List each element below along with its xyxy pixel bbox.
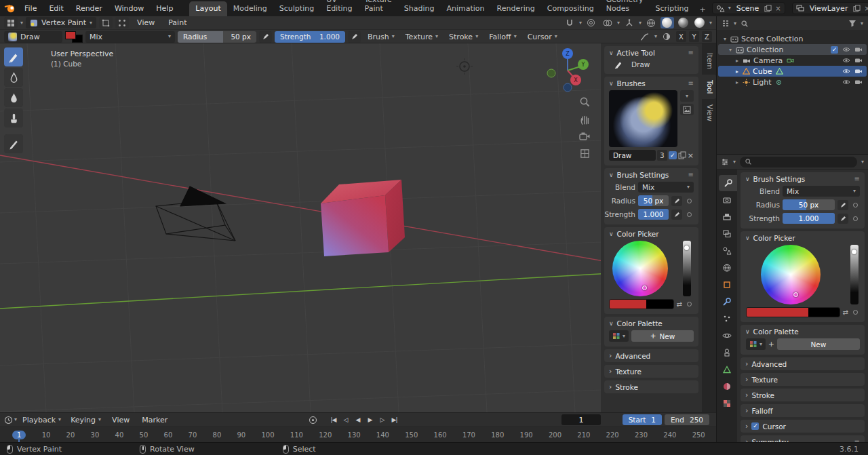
radius-pressure-icon[interactable]: [837, 200, 848, 210]
tab-tool-properties[interactable]: [719, 175, 737, 191]
workspace-tab-geometry-nodes[interactable]: Geometry Nodes: [600, 0, 650, 16]
radius-slider[interactable]: 50 px: [783, 199, 835, 210]
chevron-down-icon[interactable]: ▾: [861, 159, 864, 165]
blend-select[interactable]: Mix▾: [638, 182, 694, 193]
fake-user-checkbox[interactable]: ✓: [669, 151, 677, 159]
workspace-tab-uv-editing[interactable]: UV Editing: [320, 0, 358, 16]
advanced-panel[interactable]: ›Advanced: [741, 357, 865, 370]
mirror-x-toggle[interactable]: X: [676, 31, 686, 42]
properties-search-input[interactable]: [740, 157, 857, 167]
falloff-popover[interactable]: Falloff▾: [485, 31, 521, 43]
blend-mode-select[interactable]: Mix ▾: [85, 31, 175, 43]
advanced-panel[interactable]: ›Advanced: [604, 349, 698, 362]
tab-world-properties[interactable]: [717, 260, 737, 276]
symmetry-panel[interactable]: ›Symmetry≡: [741, 435, 865, 442]
active-tool-row[interactable]: Draw: [604, 58, 698, 71]
blender-logo-icon[interactable]: [4, 3, 16, 14]
chevron-down-icon[interactable]: ▾: [639, 20, 642, 26]
outliner-editor-icon[interactable]: [722, 20, 730, 27]
perspective-toggle-icon[interactable]: [577, 146, 592, 161]
blend-select[interactable]: Mix▾: [783, 186, 860, 197]
plus-icon[interactable]: +: [768, 340, 774, 348]
arrow-right-icon[interactable]: ▸: [734, 79, 740, 85]
view-layer-icon[interactable]: [796, 5, 804, 12]
mirror-y-toggle[interactable]: Y: [689, 31, 699, 42]
shading-material-icon[interactable]: [677, 17, 690, 28]
scene-name[interactable]: Scene: [734, 4, 762, 13]
secondary-color[interactable]: [808, 308, 840, 317]
collection-label[interactable]: Collection: [747, 45, 783, 54]
chevron-down-icon[interactable]: ▾: [20, 20, 23, 26]
cursor-panel[interactable]: › ✓ Cursor: [741, 420, 865, 433]
workspace-tab-sculpting[interactable]: Sculpting: [273, 1, 320, 16]
face-mask-toggle-icon[interactable]: [99, 17, 113, 28]
animate-property-icon[interactable]: [685, 210, 694, 220]
tab-tool[interactable]: Tool: [702, 75, 716, 99]
playback-menu[interactable]: Playback▾: [18, 414, 65, 426]
strength-pressure-icon[interactable]: [671, 210, 682, 220]
tab-object-data-properties[interactable]: [717, 361, 737, 378]
shading-solid-icon[interactable]: [660, 17, 674, 28]
brush-selector[interactable]: Draw: [4, 31, 62, 43]
animate-property-icon[interactable]: [851, 214, 860, 224]
workspace-tab-layout[interactable]: Layout: [189, 1, 226, 16]
mode-selector[interactable]: Vertex Paint ▾: [26, 17, 96, 28]
play-button[interactable]: ▶: [365, 415, 375, 425]
arrow-down-icon[interactable]: ▾: [728, 47, 733, 53]
menu-edit[interactable]: Edit: [43, 2, 68, 15]
timeline-ruler[interactable]: 1102030405060708090100110120130140150160…: [0, 427, 716, 442]
pan-hand-icon[interactable]: [577, 112, 592, 127]
workspace-tab-texture-paint[interactable]: Texture Paint: [359, 0, 398, 16]
add-workspace-button[interactable]: +: [694, 3, 710, 16]
scene-collection-label[interactable]: Scene Collection: [741, 35, 803, 43]
color-picker-header[interactable]: ∨ Color Picker: [604, 228, 698, 239]
active-tool-header[interactable]: ∨ Active Tool ≡: [604, 47, 698, 58]
tool-average-button[interactable]: [4, 88, 23, 107]
menu-render[interactable]: Render: [71, 2, 108, 15]
brush-popover[interactable]: Brush▾: [363, 31, 399, 43]
falloff-panel[interactable]: ›Falloff: [741, 404, 865, 417]
animate-property-icon[interactable]: [685, 299, 694, 309]
chevron-down-icon[interactable]: ▾: [728, 5, 731, 11]
disable-render-camera-icon[interactable]: [854, 67, 863, 75]
tab-output-properties[interactable]: [717, 209, 737, 225]
stroke-popover[interactable]: Stroke▾: [445, 31, 482, 43]
chevron-down-icon[interactable]: ▾: [734, 21, 736, 26]
animate-property-icon[interactable]: [685, 196, 694, 206]
hide-eye-icon[interactable]: [842, 45, 850, 54]
panel-menu-icon[interactable]: ≡: [854, 176, 860, 182]
disable-render-camera-icon[interactable]: [854, 78, 863, 86]
paint-menu[interactable]: Paint: [163, 17, 192, 28]
cursor-checkbox[interactable]: ✓: [751, 422, 759, 430]
stroke-panel[interactable]: ›Stroke: [741, 389, 865, 401]
animate-property-icon[interactable]: [851, 200, 860, 210]
chevron-down-icon[interactable]: ▾: [709, 20, 712, 26]
workspace-tab-compositing[interactable]: Compositing: [541, 1, 600, 16]
tab-constraint-properties[interactable]: [717, 344, 737, 361]
radius-slider[interactable]: Radius 50 px: [178, 31, 256, 43]
radius-pressure-icon[interactable]: [671, 196, 682, 206]
jump-to-start-button[interactable]: |◀: [328, 415, 338, 425]
editor-type-icon[interactable]: [4, 17, 18, 28]
chevron-down-icon[interactable]: ▾: [14, 417, 17, 422]
stroke-panel[interactable]: ›Stroke: [604, 380, 698, 393]
drag-handle-icon[interactable]: ≡: [688, 172, 694, 178]
texture-panel[interactable]: ›Texture: [741, 373, 865, 386]
texture-panel[interactable]: ›Texture: [604, 365, 698, 378]
hide-eye-icon[interactable]: [842, 56, 850, 64]
chevron-down-icon[interactable]: ▾: [579, 20, 582, 26]
brush-texture-image-icon[interactable]: [680, 104, 694, 115]
browse-palette-icon[interactable]: ▾: [746, 338, 766, 350]
show-overlays-icon[interactable]: [601, 17, 614, 28]
color-wheel[interactable]: [612, 241, 668, 296]
light-object[interactable]: [456, 58, 473, 75]
brush-settings-header[interactable]: ∨ Brush Settings ≡: [604, 169, 698, 180]
workspace-tab-shading[interactable]: Shading: [398, 1, 441, 16]
brush-color-swatches[interactable]: [65, 31, 83, 43]
navigation-gizmo[interactable]: Z Y X: [545, 45, 593, 94]
gizmo-z-neg-axis[interactable]: [564, 83, 572, 92]
color-field[interactable]: [609, 299, 674, 309]
cube-object[interactable]: [321, 180, 405, 256]
radius-slider[interactable]: 50 px: [638, 195, 669, 206]
viewlayer-name[interactable]: ViewLayer: [808, 4, 850, 13]
